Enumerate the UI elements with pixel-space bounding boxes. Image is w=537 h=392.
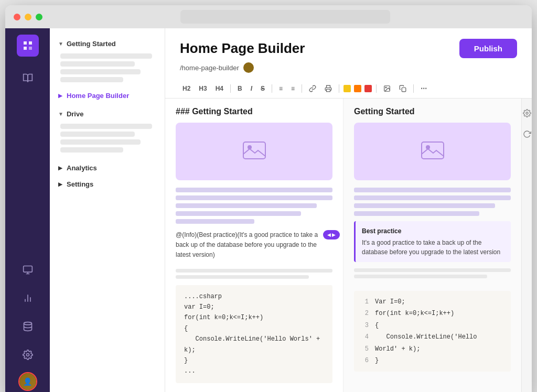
toolbar-divider-1 — [230, 84, 231, 93]
expand-arrow-drive: ▼ — [58, 111, 63, 117]
page-path: /home-page-builder — [180, 64, 239, 72]
code-content: Console.WriteLine('Hello — [375, 332, 477, 342]
info-block-raw: @(Info)(Best practice)(It's a good pract… — [176, 230, 332, 260]
code-line: { — [184, 323, 324, 334]
nav-item-settings[interactable]: ▶ Settings — [50, 176, 165, 192]
separator-lines-right — [354, 268, 511, 278]
image-placeholder-right — [354, 123, 511, 180]
expand-arrow-analytics: ▶ — [58, 165, 62, 171]
toolbar-divider-2 — [272, 84, 272, 93]
toolbar-copy[interactable] — [396, 83, 409, 94]
toolbar-h3[interactable]: H3 — [196, 83, 209, 94]
nav-item-home-page-builder[interactable]: ▶ Home Page Builder — [50, 88, 165, 104]
svg-point-5 — [26, 354, 29, 356]
nav-item-settings-label: Settings — [67, 180, 93, 188]
nav-placeholder-5 — [60, 124, 152, 129]
left-arrow-icon: ◀ — [327, 232, 331, 237]
nav-section-getting-started[interactable]: ▼ Getting Started — [50, 37, 165, 51]
nav-placeholder-4 — [60, 77, 123, 82]
minimize-button[interactable] — [25, 14, 31, 20]
code-row-3: 3 { — [354, 320, 511, 331]
titlebar — [5, 5, 532, 28]
toolbar-h2[interactable]: H2 — [180, 83, 193, 94]
toolbar-image[interactable] — [381, 83, 393, 94]
toolbar-italic[interactable]: I — [248, 83, 255, 94]
maximize-button[interactable] — [36, 14, 42, 20]
settings-panel-icon[interactable] — [521, 107, 532, 119]
nav-item-active-label: Home Page Builder — [67, 92, 129, 100]
nav-placeholder-2 — [60, 61, 135, 67]
editor-title-row: Home Page Builder Publish — [180, 39, 517, 58]
app-body: 👤 ▼ Getting Started ▶ Home Page Builder … — [5, 28, 532, 392]
image-placeholder-left — [176, 123, 332, 180]
toolbar-color-yellow[interactable] — [343, 85, 351, 92]
nav-placeholder-7 — [60, 139, 141, 145]
code-block-numbered: 1 Var I=0; 2 for(int k=0;k<=I;k++) 3 { — [354, 291, 511, 372]
svg-rect-12 — [422, 142, 444, 159]
info-callout-text: It's a good practice to take a back up o… — [362, 238, 504, 257]
svg-point-14 — [526, 112, 528, 114]
app-window: 👤 ▼ Getting Started ▶ Home Page Builder … — [5, 5, 532, 392]
logo[interactable] — [17, 35, 39, 57]
toolbar-print[interactable] — [322, 83, 335, 94]
nav-placeholder-8 — [60, 147, 123, 153]
line-number: 3 — [360, 320, 369, 331]
text-line — [354, 195, 511, 200]
toolbar-link[interactable] — [306, 83, 319, 94]
close-button[interactable] — [14, 14, 20, 20]
toolbar-more[interactable]: ⋯ — [418, 83, 429, 94]
toolbar-strikethrough[interactable]: S — [258, 83, 267, 94]
toolbar-color-orange[interactable] — [354, 85, 361, 92]
code-line: Console.WriteLine('Hello Worls' + k); — [184, 334, 324, 355]
svg-rect-0 — [23, 266, 32, 273]
line-number: 2 — [360, 308, 369, 319]
nav-section-drive[interactable]: ▼ Drive — [50, 107, 165, 121]
nav-item-analytics[interactable]: ▶ Analytics — [50, 160, 165, 176]
refresh-panel-icon[interactable] — [521, 128, 532, 140]
sep-line — [354, 275, 487, 278]
chart-icon[interactable] — [17, 287, 39, 309]
code-line: ....csharp — [184, 291, 324, 302]
code-line: } — [184, 355, 324, 366]
nav-section-label: Getting Started — [67, 40, 116, 48]
right-panel — [521, 99, 532, 392]
avatar[interactable]: 👤 — [18, 372, 37, 391]
text-line — [176, 195, 332, 200]
line-number: 5 — [360, 344, 369, 354]
gear-icon[interactable] — [17, 344, 39, 366]
text-lines-left — [176, 188, 332, 224]
database-icon[interactable] — [17, 315, 39, 337]
library-icon[interactable] — [17, 67, 39, 89]
nav-placeholder-1 — [60, 53, 152, 59]
toolbar-divider-6 — [413, 84, 414, 93]
left-section-heading: ### Getting Started — [176, 107, 332, 116]
code-line: var I=0; — [184, 302, 324, 312]
url-bar[interactable] — [180, 10, 390, 24]
line-number: 1 — [360, 297, 369, 307]
toggle-button[interactable]: ◀ ▶ — [323, 230, 340, 239]
right-section-heading: Getting Started — [354, 107, 511, 116]
code-content: } — [375, 355, 379, 366]
monitor-icon[interactable] — [17, 259, 39, 281]
toolbar-h4[interactable]: H4 — [213, 83, 226, 94]
sep-line — [354, 268, 511, 272]
publish-button[interactable]: Publish — [459, 39, 517, 58]
main-content: Home Page Builder Publish /home-page-bui… — [165, 28, 532, 392]
code-content: World' + k); — [375, 344, 420, 354]
nav-placeholder-6 — [60, 132, 135, 137]
code-content: Var I=0; — [375, 297, 405, 307]
line-number: 4 — [360, 332, 369, 342]
toolbar-list-unordered[interactable]: ≡ — [276, 83, 285, 94]
toolbar: H2 H3 H4 B I S ≡ ≡ — [180, 79, 517, 98]
code-row-1: 1 Var I=0; — [354, 296, 511, 308]
nav-panel: ▼ Getting Started ▶ Home Page Builder ▼ … — [50, 28, 165, 392]
code-row-5: 5 World' + k); — [354, 343, 511, 355]
editor-header: Home Page Builder Publish /home-page-bui… — [165, 28, 532, 99]
text-line — [354, 211, 479, 216]
toolbar-list-ordered[interactable]: ≡ — [288, 83, 297, 94]
code-line: ... — [184, 366, 324, 376]
code-row-2: 2 for(int k=0;k<=I;k++) — [354, 308, 511, 319]
code-line: for(int k=0;k<=I;k++) — [184, 312, 324, 323]
toolbar-bold[interactable]: B — [235, 83, 245, 94]
toolbar-color-red[interactable] — [364, 85, 372, 92]
